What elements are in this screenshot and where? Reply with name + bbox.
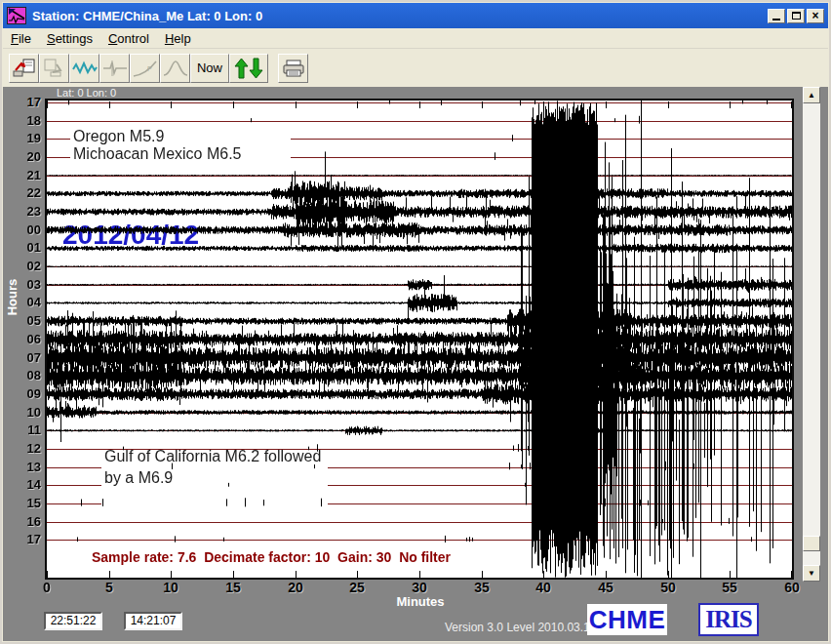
station-latlon-readout: Lat: 0 Lon: 0: [57, 87, 116, 99]
minute-label: 15: [218, 580, 248, 595]
minimize-icon: [772, 19, 780, 20]
hour-label: 19: [14, 130, 41, 147]
hour-label: 01: [14, 239, 41, 257]
menu-file[interactable]: File: [3, 29, 39, 48]
minute-label: 25: [342, 580, 372, 595]
minute-label: 45: [591, 580, 620, 595]
hour-label: 08: [14, 367, 41, 384]
helicorder-canvas[interactable]: [47, 101, 792, 578]
hour-label: 18: [14, 112, 41, 130]
hour-label: 23: [14, 203, 41, 221]
minute-label: 50: [653, 580, 683, 595]
minutes-axis-label: Minutes: [390, 594, 451, 609]
hour-label: 05: [14, 312, 41, 330]
hour-label: 22: [14, 184, 41, 202]
maximize-icon: [792, 12, 801, 20]
extract-trace-icon-disabled: [102, 60, 128, 77]
svg-text:P: P: [147, 65, 152, 72]
vertical-scrollbar[interactable]: ▲ ▼: [803, 87, 820, 582]
hour-label: 13: [14, 459, 41, 476]
open-file-icon: [13, 59, 36, 78]
travel-time-button: P: [130, 54, 160, 83]
window-title: Station: CHME/China_Me Lat: 0 Lon: 0: [32, 9, 766, 23]
app-window: Station: CHME/China_Me Lat: 0 Lon: 0 × F…: [0, 0, 831, 644]
extract-trace-button: [99, 54, 130, 83]
hour-label: 21: [14, 167, 41, 184]
utc-time-display: 22:51:22: [44, 612, 102, 630]
up-arrow-icon: [234, 58, 249, 79]
save-file-icon-disabled: [43, 59, 66, 78]
hour-label: 20: [14, 148, 41, 166]
hour-label: 04: [14, 294, 41, 311]
station-logo-text: CHME: [589, 605, 666, 634]
hour-label: 00: [14, 221, 41, 239]
minute-label: 10: [156, 580, 185, 595]
toolbar: P Now: [3, 49, 828, 87]
hour-label: 15: [14, 495, 41, 512]
seismogram-app-icon: [7, 7, 26, 24]
local-time-display: 14:21:07: [124, 612, 182, 630]
annotation-gulf-line1: Gulf of California M6.2 followed: [104, 448, 321, 465]
minute-label: 30: [405, 580, 434, 595]
hour-label: 16: [14, 513, 41, 531]
minute-label: 5: [95, 580, 124, 595]
iris-logo: IRIS: [698, 603, 759, 636]
minute-label: 60: [777, 580, 807, 595]
save-file-button: [39, 54, 69, 83]
minute-label: 35: [467, 580, 496, 595]
hour-label: 11: [14, 422, 41, 439]
chevron-up-icon: ▲: [808, 92, 815, 100]
filter-button: [160, 54, 190, 83]
hour-label: 09: [14, 385, 41, 403]
hour-label: 06: [14, 331, 41, 348]
print-button[interactable]: [278, 54, 308, 83]
maximize-button[interactable]: [787, 9, 805, 23]
hour-label: 10: [14, 404, 41, 422]
minute-label: 55: [715, 580, 744, 595]
iris-logo-text: IRIS: [705, 606, 751, 632]
down-arrow-icon: [249, 58, 263, 79]
menu-bar: File Settings Control Help: [3, 28, 828, 49]
scrollbar-up-button[interactable]: ▲: [803, 87, 820, 103]
hour-label: 17: [14, 94, 41, 111]
menu-control[interactable]: Control: [100, 29, 157, 48]
title-bar: Station: CHME/China_Me Lat: 0 Lon: 0 ×: [3, 3, 828, 28]
scrollbar-down-button[interactable]: ▼: [803, 565, 820, 582]
hour-label: 07: [14, 349, 41, 367]
scrollbar-thumb[interactable]: [803, 536, 820, 551]
chevron-down-icon: ▼: [808, 570, 815, 578]
travel-time-icon-disabled: P: [133, 60, 158, 77]
minimize-button[interactable]: [768, 9, 785, 23]
version-label: Version 3.0 Level 2010.03.16: [445, 621, 596, 634]
minute-label: 0: [32, 580, 61, 595]
close-button[interactable]: ×: [807, 9, 824, 23]
minute-label: 20: [281, 580, 310, 595]
open-file-button[interactable]: [9, 54, 39, 83]
menu-help[interactable]: Help: [157, 29, 199, 48]
hour-label: 03: [14, 276, 41, 294]
close-icon: ×: [811, 10, 818, 21]
annotation-oregon: Oregon M5.9: [73, 128, 164, 145]
station-logo: CHME: [587, 604, 667, 635]
hour-label: 17: [14, 531, 41, 548]
menu-settings[interactable]: Settings: [39, 29, 100, 48]
printer-icon: [282, 59, 305, 78]
now-button[interactable]: Now: [190, 54, 229, 83]
annotation-gulf-line2: by a M6.9: [104, 469, 173, 487]
scroll-hours-button[interactable]: [229, 54, 268, 83]
hour-label: 12: [14, 440, 41, 458]
hour-label: 02: [14, 258, 41, 275]
minute-label: 40: [529, 580, 558, 595]
hour-label: 14: [14, 476, 41, 494]
annotation-michoacan: Michoacan Mexico M6.5: [73, 145, 242, 163]
view-waveform-button[interactable]: [69, 54, 99, 83]
acquisition-settings-readout: Sample rate: 7.6 Decimate factor: 10 Gai…: [92, 549, 451, 565]
waveform-icon: [72, 60, 98, 77]
filter-icon-disabled: [163, 60, 188, 77]
